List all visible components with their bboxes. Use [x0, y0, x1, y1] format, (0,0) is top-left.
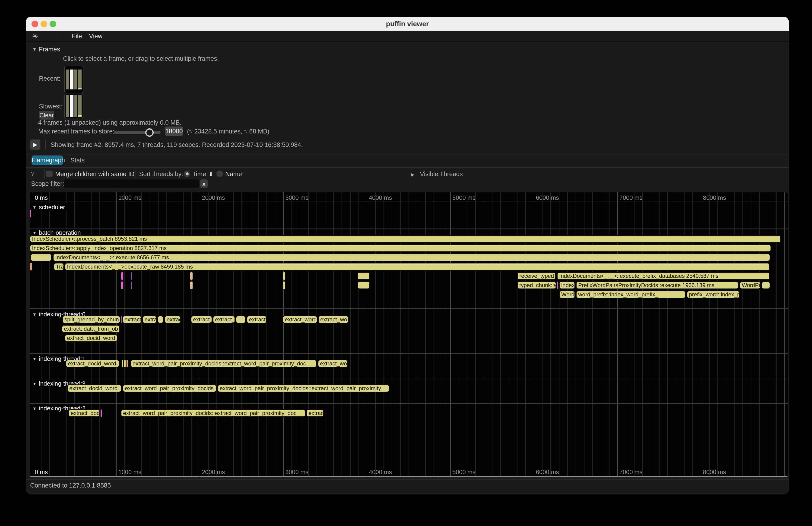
flame-scope-bar[interactable] [131, 272, 132, 280]
flame-scope-bar[interactable]: IndexDocuments<_, _>::execute_prefix_dat… [557, 272, 770, 280]
thread-section-header[interactable]: ▼scheduler [31, 203, 68, 211]
flame-scope-bar[interactable] [557, 281, 559, 289]
flame-scope-bar[interactable]: IndexDocuments<_, _>::execute_raw 8459.1… [65, 263, 770, 271]
flame-scope-bar[interactable]: extract_word_pair_proximity_docids::extr… [217, 384, 390, 392]
flame-scope-bar[interactable]: word_prefix::index_word_prefix_ [576, 291, 686, 298]
slowest-frames-thumbnail[interactable] [64, 94, 84, 118]
flame-scope-bar[interactable]: extract_ [191, 316, 212, 323]
flame-scope-bar[interactable]: extract_word_pair_proximity_docids::extr… [130, 360, 317, 367]
flame-scope-bar[interactable]: Trans [54, 263, 64, 271]
flame-scope-bar[interactable] [283, 272, 286, 280]
flame-scope-bar[interactable] [121, 281, 124, 289]
collapse-triangle-icon: ▼ [32, 205, 37, 210]
frame-bar[interactable] [74, 95, 78, 117]
clear-filter-button[interactable]: x [200, 179, 208, 188]
flame-scope-bar[interactable]: extract::data_from_ob [62, 325, 120, 333]
title-bar[interactable]: puffin viewer [26, 17, 789, 31]
visible-threads-triangle-icon[interactable]: ▶ [411, 171, 414, 177]
tab-flamegraph[interactable]: Flamegraph [31, 156, 63, 165]
flame-scope-bar[interactable]: typed_chunk::w [517, 281, 556, 289]
flame-scope-bar[interactable]: WordPr [739, 281, 761, 289]
flame-scope-bar[interactable] [126, 360, 128, 367]
flame-scope-bar[interactable]: extract_docid_word [66, 360, 119, 367]
menu-divider [57, 33, 57, 40]
tab-stats[interactable]: Stats [70, 157, 85, 164]
flame-scope-bar[interactable] [124, 360, 126, 367]
flame-scope-bar[interactable]: IndexDocuments<_, _>::execute 8656.677 m… [53, 253, 770, 261]
menu-file[interactable]: File [72, 31, 82, 42]
scope-filter-input[interactable] [64, 179, 199, 188]
frame-bar-selected[interactable] [70, 70, 73, 89]
flame-scope-bar[interactable]: extract [247, 316, 267, 323]
clear-button[interactable]: Clear [39, 111, 54, 120]
flame-scope-bar[interactable] [121, 316, 122, 323]
flame-scope-bar[interactable]: extrac [164, 316, 181, 323]
axis-tick-label: 7000 ms [620, 194, 642, 201]
flame-scope-bar[interactable]: extrac [306, 409, 324, 417]
window-title: puffin viewer [26, 17, 789, 31]
frame-bar[interactable] [66, 95, 69, 117]
flame-scope-bar[interactable]: IndexScheduler>::apply_index_operation 8… [30, 244, 771, 252]
flame-scope-bar[interactable]: prefix_word::index_prefix_wo [687, 291, 740, 298]
axis-line [30, 476, 788, 477]
flame-scope-bar[interactable] [283, 281, 286, 289]
flame-scope-bar[interactable] [157, 316, 164, 323]
frame-bar[interactable] [66, 70, 69, 89]
flame-scope-bar[interactable] [236, 316, 246, 323]
flame-scope-bar[interactable]: Word [559, 291, 575, 298]
play-button[interactable]: ▶ [30, 140, 40, 150]
flame-scope-bar[interactable]: extra [142, 316, 157, 323]
flame-scope-bar[interactable]: extract_word [282, 316, 318, 323]
flame-scope-bar[interactable]: extract_wo [318, 360, 348, 367]
flame-scope-bar[interactable]: receive_typed_ [517, 272, 556, 280]
flame-scope-bar[interactable] [30, 253, 52, 261]
flame-scope-bar[interactable]: extract [122, 316, 142, 323]
flame-scope-bar[interactable]: split_grenad_by_chun [62, 316, 120, 323]
sort-time-radio[interactable] [184, 171, 190, 177]
flame-scope-bar[interactable] [121, 360, 124, 367]
flame-scope-bar[interactable]: index [559, 281, 575, 289]
frame-bar[interactable] [78, 95, 82, 117]
flame-scope-bar[interactable] [190, 281, 193, 289]
sort-time-label[interactable]: Time [192, 171, 206, 178]
flame-scope-bar[interactable] [30, 210, 31, 218]
frame-bar[interactable] [74, 70, 78, 89]
flamegraph-panel[interactable]: 0 ms0 ms1000 ms1000 ms2000 ms2000 ms3000… [30, 192, 788, 477]
flame-scope-bar[interactable]: extract_word_pair_proximity_docids::extr… [121, 409, 306, 417]
help-button[interactable]: ? [31, 171, 34, 178]
sort-direction-arrow-icon[interactable]: ⬇ [208, 171, 214, 178]
flame-scope-bar[interactable] [121, 272, 124, 280]
flame-scope-bar[interactable]: extract_doc [68, 409, 100, 417]
flame-scope-bar[interactable]: extract_docid_word [67, 384, 122, 392]
frames-section-header[interactable]: ▼Frames [32, 46, 60, 53]
max-frames-slider-knob[interactable] [145, 128, 154, 137]
flame-scope-bar[interactable]: IndexScheduler>::process_batch 8953.821 … [30, 235, 781, 243]
sort-name-radio[interactable] [216, 171, 223, 177]
max-frames-value[interactable]: 18000 [165, 127, 183, 136]
flame-scope-bar[interactable] [357, 281, 370, 289]
merge-children-checkbox[interactable] [46, 171, 53, 177]
separator [26, 154, 789, 154]
visible-threads-toggle[interactable]: Visible Threads [420, 171, 463, 178]
flame-scope-bar[interactable] [100, 409, 102, 417]
frame-bar-selected[interactable] [70, 95, 73, 117]
theme-sun-icon[interactable]: ☀ [32, 31, 38, 42]
flame-scope-bar[interactable] [131, 281, 132, 289]
thread-name: scheduler [39, 204, 65, 210]
flame-scope-bar[interactable] [190, 272, 193, 280]
sort-name-label[interactable]: Name [225, 171, 242, 178]
axis-tick-label: 5000 ms [452, 469, 476, 476]
flame-scope-bar[interactable]: extract_wo [318, 316, 349, 323]
flame-scope-bar[interactable]: extract_word_pair_proximity_docids [122, 384, 217, 392]
frame-bar[interactable] [78, 70, 82, 89]
flame-scope-bar[interactable]: PrefixWordPairsProximityDocids::execute … [576, 281, 739, 289]
flame-scope-bar[interactable]: extract_docid_word [65, 334, 117, 342]
flame-scope-bar[interactable]: extract_ [213, 316, 235, 323]
recent-frames-thumbnail[interactable] [64, 66, 84, 93]
flame-scope-bar[interactable] [762, 281, 770, 289]
flame-scope-bar[interactable] [30, 263, 32, 271]
menu-view[interactable]: View [89, 31, 102, 42]
separator [26, 479, 789, 480]
axis-tick-label: 2000 ms [202, 469, 225, 476]
flame-scope-bar[interactable] [357, 272, 370, 280]
